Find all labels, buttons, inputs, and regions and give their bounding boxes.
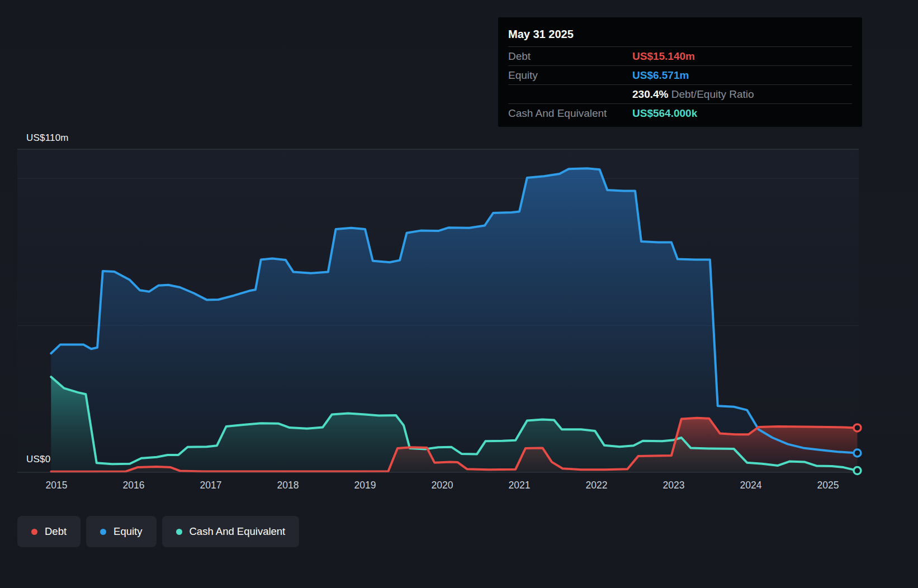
debt-legend-dot-icon — [31, 529, 37, 535]
tooltip-cash-value: US$564.000k — [632, 104, 697, 122]
y-axis-label-zero: US$0 — [26, 454, 50, 465]
equity-endpoint-marker[interactable] — [854, 449, 861, 457]
legend: DebtEquityCash And Equivalent — [17, 516, 299, 547]
data-tooltip: May 31 2025 Debt US$15.140m Equity US$6.… — [498, 17, 862, 127]
tooltip-row-debt: Debt US$15.140m — [508, 46, 852, 65]
tooltip-date: May 31 2025 — [508, 23, 852, 46]
tooltip-ratio-spacer — [508, 85, 632, 103]
tooltip-ratio-value: 230.4% Debt/Equity Ratio — [632, 85, 754, 103]
tooltip-row-cash: Cash And Equivalent US$564.000k — [508, 103, 852, 122]
tooltip-row-ratio: 230.4% Debt/Equity Ratio — [508, 84, 852, 103]
ratio-caption: Debt/Equity Ratio — [671, 88, 754, 100]
tooltip-row-equity: Equity US$6.571m — [508, 65, 852, 84]
equity-legend-dot-icon — [100, 529, 106, 535]
legend-item-equity[interactable]: Equity — [86, 516, 156, 547]
cash-endpoint-marker[interactable] — [854, 467, 861, 475]
legend-label-equity: Equity — [113, 525, 142, 538]
cash-legend-dot-icon — [176, 529, 182, 535]
debt-endpoint-marker[interactable] — [854, 424, 861, 431]
legend-item-debt[interactable]: Debt — [17, 516, 81, 547]
legend-item-cash[interactable]: Cash And Equivalent — [162, 516, 300, 547]
tooltip-debt-label: Debt — [508, 47, 632, 65]
tooltip-equity-value: US$6.571m — [632, 66, 689, 84]
legend-label-debt: Debt — [45, 525, 67, 538]
tooltip-equity-label: Equity — [508, 66, 632, 84]
tooltip-debt-value: US$15.140m — [632, 47, 695, 65]
debt-equity-chart-panel: US$110m US$0 201520162017201820192020202… — [0, 0, 918, 588]
ratio-percentage: 230.4% — [632, 88, 668, 100]
y-axis-label-top: US$110m — [26, 132, 69, 144]
legend-label-cash: Cash And Equivalent — [190, 525, 286, 538]
tooltip-cash-label: Cash And Equivalent — [508, 104, 632, 122]
